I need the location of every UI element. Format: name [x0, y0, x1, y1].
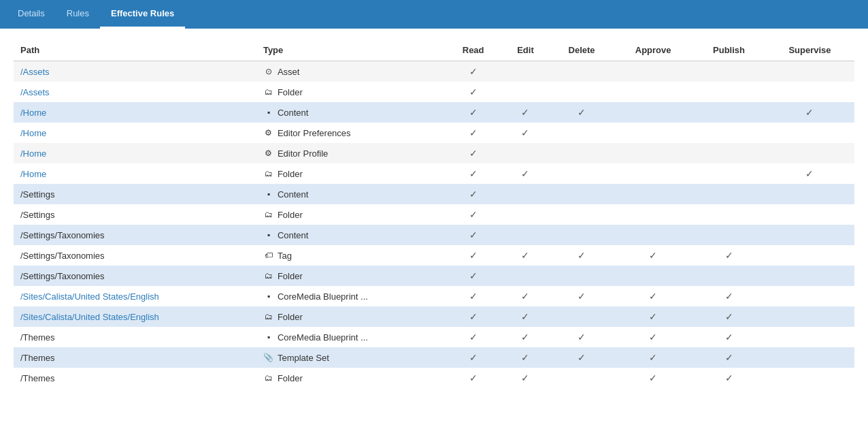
check-mark: ✓	[521, 352, 529, 363]
table-row: /Assets🗂Folder✓	[14, 82, 854, 102]
check-mark: ✓	[578, 291, 586, 302]
cell-edit	[501, 184, 550, 204]
cell-approve: ✓	[614, 286, 692, 306]
cell-publish	[692, 123, 765, 143]
cell-approve	[614, 184, 692, 204]
type-icon: ▪	[263, 107, 274, 118]
cell-path[interactable]: /Assets	[14, 61, 256, 82]
check-mark: ✓	[469, 270, 478, 281]
col-header-path: Path	[14, 39, 256, 61]
path-link[interactable]: /Home	[20, 169, 46, 179]
cell-type: ▪CoreMedia Blueprint ...	[256, 327, 445, 347]
tab-effective-rules[interactable]: Effective Rules	[100, 0, 185, 29]
cell-read: ✓	[445, 61, 501, 82]
cell-edit	[501, 266, 550, 286]
type-label: Editor Profile	[278, 148, 328, 159]
type-label: Content	[278, 189, 309, 200]
cell-approve: ✓	[614, 327, 692, 347]
check-mark: ✓	[805, 107, 814, 118]
cell-read: ✓	[445, 102, 501, 123]
check-mark: ✓	[649, 311, 657, 322]
col-header-supervise: Supervise	[765, 39, 854, 61]
cell-read: ✓	[445, 368, 501, 388]
cell-read: ✓	[445, 123, 501, 143]
cell-approve	[614, 123, 692, 143]
cell-delete: ✓	[550, 286, 614, 306]
check-mark: ✓	[649, 372, 657, 383]
tab-details[interactable]: Details	[7, 0, 56, 29]
type-icon: ⚙	[263, 127, 274, 138]
cell-edit	[501, 82, 550, 102]
type-label: Editor Preferences	[278, 128, 351, 138]
check-mark: ✓	[469, 372, 478, 383]
check-mark: ✓	[649, 250, 657, 261]
cell-delete: ✓	[550, 347, 614, 368]
cell-read: ✓	[445, 347, 501, 368]
path-link[interactable]: /Home	[20, 148, 46, 159]
check-mark: ✓	[469, 189, 478, 200]
cell-path: /Themes	[14, 327, 256, 347]
check-mark: ✓	[521, 107, 529, 118]
cell-publish	[692, 163, 765, 184]
cell-path[interactable]: /Sites/Calista/United States/English	[14, 306, 256, 327]
path-link[interactable]: /Home	[20, 108, 46, 118]
cell-path[interactable]: /Home	[14, 123, 256, 143]
path-link[interactable]: /Home	[20, 128, 46, 138]
check-mark: ✓	[469, 352, 478, 363]
cell-publish	[692, 102, 765, 123]
table-row: /Themes📎Template Set✓✓✓✓✓	[14, 347, 854, 368]
cell-approve	[614, 61, 692, 82]
cell-delete	[550, 82, 614, 102]
cell-delete: ✓	[550, 245, 614, 266]
cell-approve	[614, 102, 692, 123]
cell-path[interactable]: /Sites/Calista/United States/English	[14, 286, 256, 306]
path-link[interactable]: /Assets	[20, 87, 50, 97]
type-icon: 🗂	[263, 311, 274, 322]
cell-supervise	[765, 306, 854, 327]
table-row: /Settings/Taxonomies▪Content✓	[14, 225, 854, 245]
cell-path[interactable]: /Home	[14, 163, 256, 184]
check-mark: ✓	[578, 332, 586, 343]
check-mark: ✓	[725, 250, 733, 261]
cell-publish	[692, 266, 765, 286]
cell-type: ⚙Editor Profile	[256, 143, 445, 163]
cell-path[interactable]: /Home	[14, 102, 256, 123]
tab-rules[interactable]: Rules	[56, 0, 100, 29]
cell-publish	[692, 143, 765, 163]
cell-publish	[692, 204, 765, 225]
check-mark: ✓	[725, 352, 733, 363]
cell-path[interactable]: /Assets	[14, 82, 256, 102]
table-row: /Settings▪Content✓	[14, 184, 854, 204]
cell-path[interactable]: /Home	[14, 143, 256, 163]
table-row: /Settings/Taxonomies🏷Tag✓✓✓✓✓	[14, 245, 854, 266]
cell-type: ▪Content	[256, 102, 445, 123]
table-row: /Home🗂Folder✓✓✓	[14, 163, 854, 184]
cell-read: ✓	[445, 163, 501, 184]
cell-type: 🗂Folder	[256, 163, 445, 184]
type-icon: ⊙	[263, 66, 274, 77]
cell-type: 📎Template Set	[256, 347, 445, 368]
type-icon: ▪	[263, 189, 274, 200]
check-mark: ✓	[469, 250, 478, 261]
cell-approve	[614, 225, 692, 245]
cell-delete	[550, 163, 614, 184]
cell-supervise	[765, 368, 854, 388]
check-mark: ✓	[521, 332, 529, 343]
table-row: /Home⚙Editor Preferences✓✓	[14, 123, 854, 143]
check-mark: ✓	[578, 250, 586, 261]
table-row: /Settings🗂Folder✓	[14, 204, 854, 225]
path-link[interactable]: /Assets	[20, 67, 50, 77]
cell-edit	[501, 225, 550, 245]
path-link[interactable]: /Sites/Calista/United States/English	[20, 291, 159, 302]
type-icon: 🗂	[263, 372, 274, 383]
cell-publish: ✓	[692, 327, 765, 347]
check-mark: ✓	[469, 127, 478, 138]
cell-read: ✓	[445, 306, 501, 327]
path-link[interactable]: /Sites/Calista/United States/English	[20, 312, 159, 322]
table-row: /Themes▪CoreMedia Blueprint ...✓✓✓✓✓	[14, 327, 854, 347]
cell-edit: ✓	[501, 163, 550, 184]
type-icon: 🗂	[263, 86, 274, 97]
table-header-row: Path Type Read Edit Delete Approve Publi…	[14, 39, 854, 61]
type-icon: 🗂	[263, 270, 274, 281]
table-row: /Settings/Taxonomies🗂Folder✓	[14, 266, 854, 286]
